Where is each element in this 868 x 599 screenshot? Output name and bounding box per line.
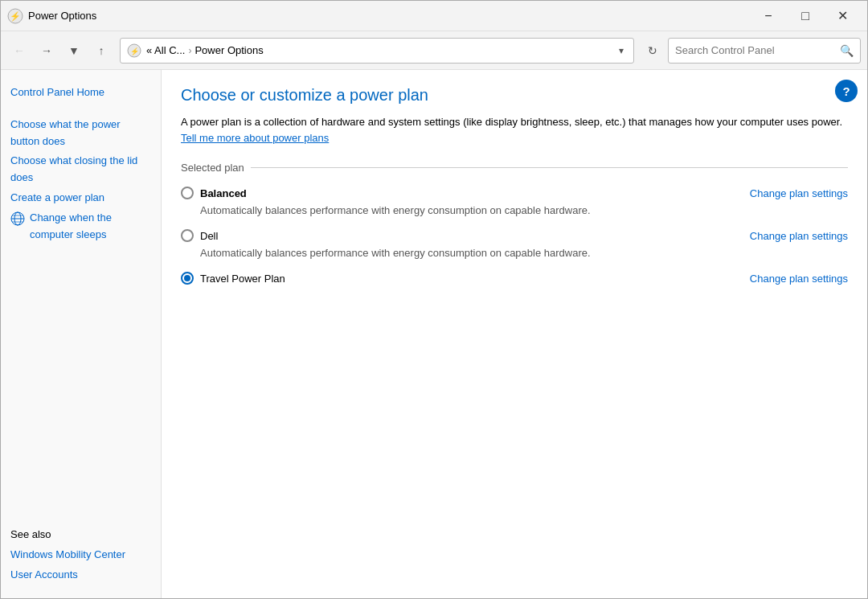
toolbar: ← → ▼ ↑ ⚡ « All C... › Power Options ▾ ↻… bbox=[1, 31, 867, 70]
maximize-button[interactable]: □ bbox=[787, 3, 824, 29]
learn-more-link[interactable]: Tell me more about power plans bbox=[181, 132, 329, 144]
plan-balanced: Balanced Change plan settings Automatica… bbox=[181, 187, 848, 216]
sidebar: Control Panel Home Choose what the power… bbox=[1, 70, 162, 598]
dell-change-link[interactable]: Change plan settings bbox=[750, 229, 848, 242]
address-bar-icon: ⚡ bbox=[127, 43, 141, 58]
description: A power plan is a collection of hardware… bbox=[181, 114, 848, 146]
window-icon: ⚡ bbox=[7, 8, 23, 24]
plan-balanced-row: Balanced Change plan settings bbox=[181, 187, 848, 199]
close-button[interactable]: ✕ bbox=[824, 3, 861, 29]
plan-balanced-left: Balanced bbox=[181, 187, 734, 199]
sidebar-item-sleep[interactable]: Change when the computer sleeps bbox=[10, 208, 151, 245]
search-button[interactable]: 🔍 bbox=[840, 44, 854, 57]
address-bar: ⚡ « All C... › Power Options ▾ bbox=[120, 38, 634, 64]
search-input[interactable] bbox=[675, 44, 835, 56]
dell-radio[interactable] bbox=[181, 229, 194, 242]
content-area: ? Choose or customize a power plan A pow… bbox=[162, 70, 867, 598]
up-button[interactable]: ↑ bbox=[89, 39, 113, 63]
plan-travel: Travel Power Plan Change plan settings bbox=[181, 272, 848, 285]
plan-dell-row: Dell Change plan settings bbox=[181, 229, 848, 242]
address-dropdown-button[interactable]: ▾ bbox=[616, 45, 627, 56]
refresh-button[interactable]: ↻ bbox=[641, 39, 665, 63]
balanced-name: Balanced bbox=[200, 187, 247, 199]
section-divider-line bbox=[251, 167, 848, 168]
recent-locations-button[interactable]: ▼ bbox=[62, 39, 86, 63]
balanced-description: Automatically balances performance with … bbox=[200, 204, 848, 216]
address-current: Power Options bbox=[194, 44, 263, 56]
address-prefix: « All C... bbox=[146, 44, 185, 56]
address-path: « All C... › Power Options bbox=[146, 44, 611, 56]
sidebar-item-mobility[interactable]: Windows Mobility Center bbox=[10, 545, 151, 565]
balanced-radio[interactable] bbox=[181, 187, 194, 199]
svg-text:⚡: ⚡ bbox=[130, 47, 140, 56]
page-heading: Choose or customize a power plan bbox=[181, 86, 848, 105]
plan-dell: Dell Change plan settings Automatically … bbox=[181, 229, 848, 259]
main-area: Control Panel Home Choose what the power… bbox=[1, 70, 867, 598]
plan-travel-row: Travel Power Plan Change plan settings bbox=[181, 272, 848, 285]
back-button[interactable]: ← bbox=[7, 39, 31, 63]
address-separator: › bbox=[188, 45, 191, 56]
see-also-section: See also Windows Mobility Center User Ac… bbox=[10, 512, 151, 585]
plan-travel-left: Travel Power Plan bbox=[181, 272, 734, 285]
window-controls: − □ ✕ bbox=[750, 3, 861, 29]
sidebar-item-home[interactable]: Control Panel Home bbox=[10, 83, 151, 103]
plan-dell-left: Dell bbox=[181, 229, 734, 242]
title-bar: ⚡ Power Options − □ ✕ bbox=[1, 1, 867, 31]
description-text: A power plan is a collection of hardware… bbox=[181, 116, 842, 128]
see-also-title: See also bbox=[10, 528, 151, 540]
travel-radio[interactable] bbox=[181, 272, 194, 285]
sidebar-item-create-plan[interactable]: Create a power plan bbox=[10, 188, 151, 208]
dell-description: Automatically balances performance with … bbox=[200, 247, 848, 259]
section-header: Selected plan bbox=[181, 162, 848, 174]
travel-name: Travel Power Plan bbox=[200, 273, 285, 285]
svg-text:⚡: ⚡ bbox=[10, 10, 21, 22]
sidebar-item-lid[interactable]: Choose what closing the lid does bbox=[10, 151, 151, 188]
sidebar-item-accounts[interactable]: User Accounts bbox=[10, 565, 151, 585]
section-label: Selected plan bbox=[181, 162, 244, 174]
search-box: 🔍 bbox=[668, 38, 861, 64]
dell-name: Dell bbox=[200, 230, 218, 242]
travel-change-link[interactable]: Change plan settings bbox=[750, 272, 848, 285]
sidebar-item-power-button[interactable]: Choose what the power button does bbox=[10, 115, 151, 152]
globe-icon bbox=[10, 211, 25, 226]
window: ⚡ Power Options − □ ✕ ← → ▼ ↑ ⚡ « All C.… bbox=[0, 0, 868, 599]
window-title: Power Options bbox=[28, 10, 745, 22]
help-button[interactable]: ? bbox=[835, 80, 858, 102]
forward-button[interactable]: → bbox=[35, 39, 59, 63]
balanced-change-link[interactable]: Change plan settings bbox=[750, 187, 848, 199]
minimize-button[interactable]: − bbox=[750, 3, 787, 29]
